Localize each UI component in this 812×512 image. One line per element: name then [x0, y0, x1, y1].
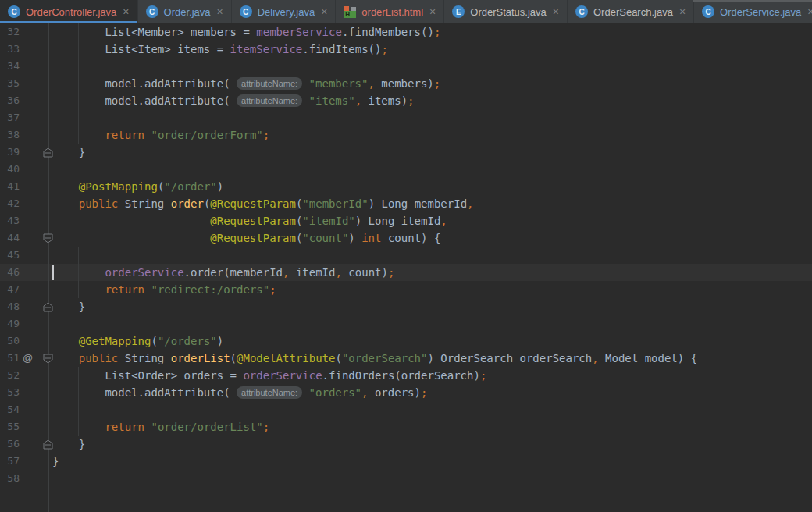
tab-delivery-java[interactable]: CDelivery.java× [232, 0, 337, 23]
code-line[interactable]: 34 [0, 58, 812, 75]
close-tab-icon[interactable]: × [678, 6, 686, 17]
gutter[interactable]: 32 [0, 23, 49, 41]
code-text[interactable]: public String orderList(@ModelAttribute(… [49, 350, 697, 367]
tab-ordercontroller-java[interactable]: COrderController.java× [0, 0, 138, 23]
tab-order-java[interactable]: COrder.java× [138, 0, 232, 23]
code-text[interactable]: return "order/orderForm"; [49, 126, 269, 144]
code-line[interactable]: 45 [0, 247, 812, 264]
code-line[interactable]: 41 @PostMapping("/order") [0, 178, 812, 195]
code-line[interactable]: 49 [0, 315, 812, 332]
tab-orderstatus-java[interactable]: EOrderStatus.java× [444, 0, 568, 23]
close-tab-icon[interactable]: × [122, 6, 130, 17]
close-tab-icon[interactable]: × [429, 6, 436, 17]
annotation-gutter-icon: @ [23, 350, 33, 367]
tab-ordersearch-java[interactable]: COrderSearch.java× [568, 0, 694, 23]
gutter[interactable]: 38 [0, 126, 49, 144]
gutter[interactable]: 48 [0, 298, 49, 315]
gutter[interactable]: 43 [0, 212, 49, 229]
code-text[interactable]: @GetMapping("/orders") [49, 332, 223, 350]
code-text[interactable]: return "redirect:/orders"; [49, 281, 276, 298]
gutter[interactable]: 51@ [0, 350, 49, 367]
gutter[interactable]: 47 [0, 281, 49, 298]
gutter[interactable]: 50 [0, 332, 49, 350]
gutter[interactable]: 35 [0, 75, 49, 92]
code-line[interactable]: 51@ public String orderList(@ModelAttrib… [0, 350, 812, 367]
gutter[interactable]: 46 [0, 264, 49, 281]
code-line[interactable]: 35 model.addAttribute( attributeName: "m… [0, 75, 812, 92]
code-text[interactable] [49, 470, 52, 487]
close-tab-icon[interactable]: × [552, 6, 560, 17]
code-text[interactable] [49, 109, 52, 126]
code-line[interactable]: 47 return "redirect:/orders"; [0, 281, 812, 298]
token-def: model.addAttribute( [52, 77, 237, 90]
gutter[interactable]: 41 [0, 178, 49, 195]
code-text[interactable] [49, 247, 52, 264]
code-line[interactable]: 57} [0, 453, 812, 470]
close-tab-icon[interactable]: × [807, 6, 812, 17]
gutter[interactable]: 52 [0, 367, 49, 384]
code-line[interactable]: 55 return "order/orderList"; [0, 418, 812, 436]
code-text[interactable]: model.addAttribute( attributeName: "memb… [49, 75, 440, 92]
code-line[interactable]: 42 public String order(@RequestParam("me… [0, 195, 812, 212]
gutter[interactable]: 57 [0, 453, 49, 470]
code-editor[interactable]: 32 List<Member> members = memberService.… [0, 23, 812, 512]
code-line[interactable]: 33 List<Item> items = itemService.findIt… [0, 41, 812, 58]
gutter[interactable]: 53 [0, 384, 49, 401]
code-text[interactable] [49, 401, 52, 418]
code-line[interactable]: 40 [0, 161, 812, 178]
code-text[interactable] [49, 161, 52, 178]
code-text[interactable]: return "order/orderList"; [49, 418, 269, 436]
code-line[interactable]: 39 } [0, 144, 812, 161]
code-text[interactable]: List<Item> items = itemService.findItems… [49, 41, 388, 58]
code-text[interactable]: } [49, 144, 85, 161]
code-line[interactable]: 43 @RequestParam("itemId") Long itemId, [0, 212, 812, 229]
gutter[interactable]: 44 [0, 229, 49, 247]
code-line[interactable]: 50 @GetMapping("/orders") [0, 332, 812, 350]
gutter[interactable]: 54 [0, 401, 49, 418]
code-text[interactable]: List<Order> orders = orderService.findOr… [49, 367, 486, 384]
code-line[interactable]: 46 orderService.order(memberId, itemId, … [0, 264, 812, 281]
code-line[interactable]: 36 model.addAttribute( attributeName: "i… [0, 92, 812, 109]
code-text[interactable]: model.addAttribute( attributeName: "orde… [49, 384, 427, 401]
code-text[interactable]: @PostMapping("/order") [49, 178, 223, 195]
close-tab-icon[interactable]: × [216, 6, 224, 17]
gutter[interactable]: 37 [0, 109, 49, 126]
gutter[interactable]: 39 [0, 144, 49, 161]
code-line[interactable]: 52 List<Order> orders = orderService.fin… [0, 367, 812, 384]
code-line[interactable]: 48 } [0, 298, 812, 315]
code-line[interactable]: 32 List<Member> members = memberService.… [0, 23, 812, 41]
gutter[interactable]: 56 [0, 436, 49, 453]
code-text[interactable]: } [49, 436, 85, 453]
code-text[interactable]: @RequestParam("itemId") Long itemId, [49, 212, 447, 229]
code-text[interactable] [49, 58, 52, 75]
gutter[interactable]: 42 [0, 195, 49, 212]
gutter[interactable]: 33 [0, 41, 49, 58]
code-text[interactable]: } [49, 453, 59, 470]
gutter[interactable]: 55 [0, 418, 49, 436]
code-text[interactable]: public String order(@RequestParam("membe… [49, 195, 474, 212]
code-text[interactable]: List<Member> members = memberService.fin… [49, 23, 440, 41]
code-line[interactable]: 53 model.addAttribute( attributeName: "o… [0, 384, 812, 401]
gutter[interactable]: 40 [0, 161, 49, 178]
code-line[interactable]: 38 return "order/orderForm"; [0, 126, 812, 144]
code-line[interactable]: 58 [0, 470, 812, 487]
code-line[interactable]: 37 [0, 109, 812, 126]
code-text[interactable]: } [49, 298, 85, 315]
tab-orderservice-java[interactable]: COrderService.java× [694, 0, 812, 23]
gutter[interactable]: 49 [0, 315, 49, 332]
gutter[interactable]: 45 [0, 247, 49, 264]
code-text[interactable] [49, 315, 52, 332]
code-text[interactable]: model.addAttribute( attributeName: "item… [49, 92, 415, 109]
token-def: .findMembers() [342, 26, 434, 38]
code-line[interactable]: 56 } [0, 436, 812, 453]
close-tab-icon[interactable]: × [320, 6, 328, 17]
code-text[interactable]: orderService.order(memberId, itemId, cou… [49, 264, 394, 281]
gutter[interactable]: 36 [0, 92, 49, 109]
code-text[interactable]: @RequestParam("count") int count) { [49, 229, 440, 247]
tab-orderlist-html[interactable]: HorderList.html× [336, 0, 444, 23]
code-line[interactable]: 54 [0, 401, 812, 418]
token-def: itemId [289, 266, 335, 279]
code-line[interactable]: 44 @RequestParam("count") int count) { [0, 229, 812, 247]
gutter[interactable]: 34 [0, 58, 49, 75]
gutter[interactable]: 58 [0, 470, 49, 487]
